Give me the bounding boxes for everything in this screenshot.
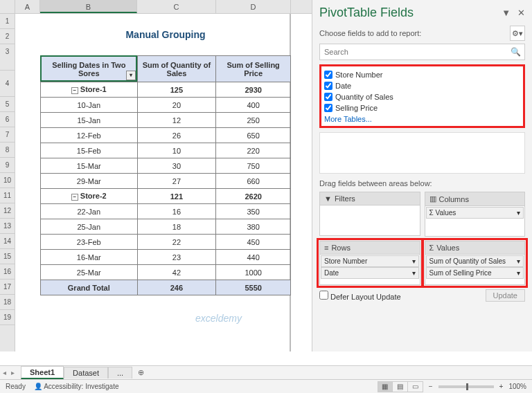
area-item[interactable]: Sum of Selling Price▾ [426,267,524,279]
row-header[interactable]: 6 [0,112,15,127]
row-header[interactable]: 13 [0,219,15,234]
table-row[interactable]: 25-Jan18380 [41,219,291,235]
gear-icon[interactable]: ⚙▾ [510,26,525,41]
sheet-tab-active[interactable]: Sheet1 [21,366,64,379]
pane-dropdown-icon[interactable]: ▼ [502,8,511,18]
row-header[interactable]: 7 [0,127,15,143]
field-checkbox[interactable]: Store Number [324,69,520,80]
page-break-icon[interactable]: ▭ [408,381,423,392]
status-ready: Ready [6,383,26,390]
watermark: exceldemy [195,313,242,324]
table-row[interactable]: 23-Feb22450 [41,235,291,250]
row-header[interactable]: 17 [0,280,15,295]
rows-icon: ≡ [324,244,328,252]
col-header-b[interactable]: B [40,0,137,13]
view-buttons[interactable]: ▦ ▤ ▭ [378,381,423,392]
row-header[interactable]: 5 [0,97,15,112]
row-header[interactable]: 8 [0,143,15,158]
collapse-icon[interactable]: − [71,194,78,201]
sheet-tab-more[interactable]: ... [108,367,132,378]
pane-title: PivotTable Fields [319,6,414,20]
field-checkbox[interactable]: Quantity of Sales [324,91,520,102]
chevron-down-icon[interactable]: ▾ [412,257,416,265]
row-header[interactable]: 16 [0,264,15,280]
row-header[interactable]: 11 [0,188,15,203]
select-all-corner[interactable] [0,0,15,13]
filter-icon: ▼ [324,194,332,203]
search-icon: 🔍 [511,47,521,57]
field-checkbox[interactable]: Selling Price [324,102,520,113]
chevron-down-icon[interactable]: ▾ [517,269,520,277]
table-row[interactable]: 16-Mar23440 [41,250,291,265]
table-row[interactable]: 29-Mar27660 [41,174,291,189]
drag-label: Drag fields between areas below: [319,179,525,188]
pivot-header-rows[interactable]: Selling Dates in Two Sores▾ [41,56,138,82]
accessibility-status[interactable]: 👤 Accessibility: Investigate [34,383,119,390]
grand-total-row[interactable]: Grand Total2465550 [41,280,291,295]
chevron-down-icon[interactable]: ▾ [412,269,416,277]
chevron-down-icon[interactable]: ▾ [517,209,520,217]
close-icon[interactable]: ✕ [517,8,525,18]
zoom-in-button[interactable]: + [499,383,504,390]
row-header[interactable]: 9 [0,158,15,173]
filters-area[interactable]: ▼Filters [319,192,420,237]
table-row[interactable]: 25-Mar421000 [41,265,291,280]
pivot-header-qty[interactable]: Sum of Quantity of Sales [137,56,216,82]
values-icon: Σ [429,244,434,252]
field-checkbox[interactable]: Date [324,80,520,91]
table-row[interactable]: −Store-11252930 [41,82,291,98]
table-row[interactable]: 15-Jan12250 [41,113,291,128]
row-header[interactable]: 12 [0,203,15,219]
columns-area[interactable]: ▥Columns Σ Values▾ [425,192,526,237]
pivot-header-price[interactable]: Sum of Selling Price [216,56,291,82]
zoom-level[interactable]: 100% [508,383,526,390]
fields-list: Store Number Date Quantity of Sales Sell… [319,64,525,128]
area-item[interactable]: Store Number▾ [321,255,419,267]
row-header[interactable]: 2 [0,29,15,44]
table-row[interactable]: 12-Feb26650 [41,128,291,143]
row-header[interactable]: 14 [0,234,15,249]
collapse-icon[interactable]: − [71,87,78,94]
sheet-title: Manual Grouping [40,29,291,40]
row-header[interactable]: 15 [0,249,15,264]
row-header[interactable]: 1 [0,14,15,29]
page-layout-icon[interactable]: ▤ [393,381,408,392]
row-header[interactable]: 10 [0,173,15,188]
table-row[interactable]: 10-Jan20400 [41,98,291,113]
search-input[interactable] [319,44,525,60]
sheet-tab-bar: ◂ ▸ Sheet1 Dataset ... ⊕ [0,365,532,379]
more-tables-link[interactable]: More Tables... [324,113,520,123]
zoom-slider[interactable] [438,385,494,388]
area-item[interactable]: Σ Values▾ [426,207,524,219]
row-header[interactable]: 3 [0,44,15,71]
pivottable-fields-pane: PivotTable Fields ▼ ✕ Choose fields to a… [312,0,532,351]
col-header-d[interactable]: D [216,0,291,13]
tab-nav-arrows[interactable]: ◂ ▸ [3,369,16,376]
col-header-a[interactable]: A [15,0,40,13]
add-sheet-button[interactable]: ⊕ [132,367,150,378]
table-row[interactable]: −Store-21212620 [41,189,291,204]
table-row[interactable]: 15-Mar30750 [41,158,291,174]
columns-icon: ▥ [429,194,436,203]
row-header[interactable]: 4 [0,71,15,97]
row-headers: 1 2 3 4 5 6 7 8 9 10 11 12 13 14 15 16 1… [0,14,15,351]
update-button[interactable]: Update [486,289,525,302]
normal-view-icon[interactable]: ▦ [378,381,393,392]
table-row[interactable]: 15-Feb10220 [41,143,291,158]
fields-list-empty [319,132,525,174]
filter-dropdown-icon[interactable]: ▾ [126,71,136,80]
area-item[interactable]: Sum of Quantity of Sales▾ [426,255,524,267]
zoom-out-button[interactable]: − [429,383,433,390]
row-header[interactable]: 18 [0,295,15,310]
pivot-table[interactable]: Selling Dates in Two Sores▾ Sum of Quant… [40,55,291,295]
worksheet-cells[interactable]: Manual Grouping Selling Dates in Two Sor… [15,14,291,351]
defer-checkbox[interactable]: Defer Layout Update [319,291,401,301]
sheet-tab[interactable]: Dataset [64,367,108,378]
row-header[interactable]: 19 [0,310,15,325]
chevron-down-icon[interactable]: ▾ [517,257,520,265]
area-item[interactable]: Date▾ [321,267,419,279]
rows-area[interactable]: ≡Rows Store Number▾ Date▾ [319,241,420,285]
col-header-c[interactable]: C [137,0,216,13]
table-row[interactable]: 22-Jan16350 [41,204,291,219]
values-area[interactable]: ΣValues Sum of Quantity of Sales▾ Sum of… [425,241,526,285]
